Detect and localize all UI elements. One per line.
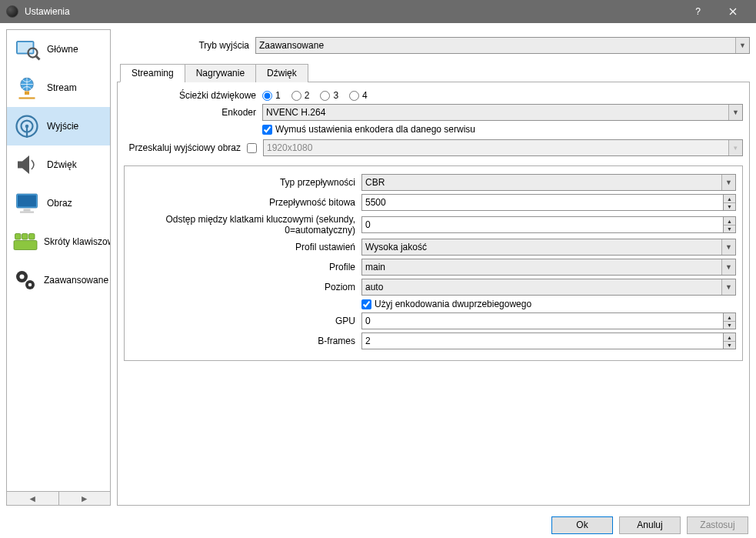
- gpu-input[interactable]: [361, 312, 724, 329]
- rescale-checkbox[interactable]: [247, 143, 257, 153]
- scroll-right-button[interactable]: ►: [59, 492, 111, 505]
- encoder-settings-group: Typ przepływności ▼ Przepływność bitowa …: [124, 165, 743, 361]
- speaker-icon: [12, 149, 42, 180]
- svg-rect-15: [15, 234, 22, 240]
- tab-audio[interactable]: Dźwięk: [255, 64, 308, 82]
- settings-sidebar: Główne Stream Wyjście Dźwięk: [6, 29, 111, 492]
- dialog-footer: Ok Anuluj Zastosuj: [0, 512, 756, 538]
- chevron-down-icon[interactable]: ▼: [735, 38, 749, 53]
- svg-rect-12: [24, 209, 31, 212]
- enforce-encoder-checkbox[interactable]: Wymuś ustawienia enkodera dla danego ser…: [262, 124, 475, 135]
- svg-rect-5: [25, 92, 29, 95]
- window-title: Ustawienia: [25, 6, 681, 17]
- keyint-spinbox[interactable]: ▲▼: [361, 216, 736, 233]
- twopass-label: Użyj enkodowania dwuprzebiegowego: [375, 299, 531, 309]
- rate-control-select[interactable]: [361, 174, 736, 191]
- encoder-label: Enkoder: [124, 107, 262, 118]
- audio-track-1[interactable]: 1: [262, 90, 281, 101]
- chevron-down-icon[interactable]: ▼: [721, 239, 735, 255]
- chevron-down-icon[interactable]: ▼: [721, 175, 735, 190]
- sidebar-scrollbar: ◄ ►: [6, 492, 111, 506]
- profile-select[interactable]: [361, 259, 736, 276]
- sidebar-item-label: Główne: [47, 44, 78, 55]
- keyboard-icon: [12, 226, 39, 257]
- apply-button[interactable]: Zastosuj: [687, 516, 748, 534]
- cancel-button[interactable]: Anuluj: [619, 516, 681, 534]
- chevron-down-icon[interactable]: ▼: [728, 105, 742, 120]
- tab-streaming[interactable]: Streaming: [120, 64, 185, 82]
- svg-point-19: [20, 275, 25, 279]
- bitrate-input[interactable]: [361, 194, 724, 211]
- bframes-spinbox[interactable]: ▲▼: [361, 332, 736, 349]
- sidebar-item-label: Obraz: [47, 198, 72, 209]
- svg-line-3: [35, 55, 39, 59]
- spin-down[interactable]: ▼: [724, 203, 735, 211]
- chevron-down-icon[interactable]: ▼: [721, 259, 735, 275]
- ok-button[interactable]: Ok: [551, 516, 613, 534]
- svg-rect-16: [22, 234, 28, 240]
- spin-up[interactable]: ▲: [724, 217, 735, 226]
- gpu-label: GPU: [131, 316, 361, 326]
- chevron-down-icon[interactable]: ▼: [721, 279, 735, 295]
- bitrate-spinbox[interactable]: ▲▼: [361, 194, 736, 211]
- encoder-select[interactable]: [262, 104, 743, 121]
- sidebar-item-label: Wyjście: [47, 121, 78, 132]
- keyint-label: Odstęp między klatkami kluczowymi (sekun…: [131, 214, 361, 236]
- wrench-monitor-icon: [12, 34, 42, 65]
- sidebar-item-label: Stream: [47, 82, 77, 93]
- tab-recording[interactable]: Nagrywanie: [185, 64, 256, 82]
- monitor-icon: [12, 188, 42, 219]
- bframes-label: B-frames: [131, 336, 361, 346]
- keyint-input[interactable]: [361, 216, 724, 233]
- svg-rect-1: [18, 42, 33, 53]
- rescale-label: Przeskaluj wyjściowy obraz: [124, 142, 247, 153]
- level-select[interactable]: [361, 279, 736, 296]
- profile-label: Profile: [131, 262, 361, 272]
- preset-label: Profil ustawień: [131, 242, 361, 252]
- preset-select[interactable]: [361, 239, 736, 256]
- sidebar-item-general[interactable]: Główne: [7, 30, 110, 69]
- sidebar-item-label: Skróty klawiszowe: [44, 236, 110, 247]
- sidebar-item-output[interactable]: Wyjście: [7, 107, 110, 145]
- app-icon: [6, 5, 18, 18]
- audio-track-4[interactable]: 4: [349, 90, 368, 101]
- spin-up[interactable]: ▲: [724, 313, 735, 322]
- help-button[interactable]: ?: [681, 0, 715, 23]
- scroll-left-button[interactable]: ◄: [7, 492, 59, 505]
- rescale-resolution-select: [263, 139, 743, 156]
- svg-rect-17: [29, 234, 35, 240]
- audio-tracks-label: Ścieżki dźwiękowe: [124, 90, 262, 101]
- spin-up[interactable]: ▲: [724, 195, 735, 203]
- audio-tracks-group: 1 2 3 4: [262, 90, 368, 101]
- close-icon: [729, 8, 737, 15]
- spin-down[interactable]: ▼: [724, 342, 735, 349]
- twopass-checkbox[interactable]: Użyj enkodowania dwuprzebiegowego: [361, 299, 531, 309]
- spin-up[interactable]: ▲: [724, 333, 735, 342]
- audio-track-3[interactable]: 3: [320, 90, 338, 101]
- gpu-spinbox[interactable]: ▲▼: [361, 312, 736, 329]
- level-label: Poziom: [131, 282, 361, 292]
- sidebar-item-stream[interactable]: Stream: [7, 69, 110, 107]
- svg-rect-14: [14, 241, 37, 250]
- spin-down[interactable]: ▼: [724, 226, 735, 233]
- sidebar-item-label: Zaawansowane: [44, 275, 108, 286]
- sidebar-item-hotkeys[interactable]: Skróty klawiszowe: [7, 222, 110, 261]
- spin-down[interactable]: ▼: [724, 322, 735, 329]
- svg-point-21: [28, 283, 32, 287]
- rate-control-label: Typ przepływności: [131, 177, 361, 188]
- sidebar-item-advanced[interactable]: Zaawansowane: [7, 261, 110, 299]
- svg-rect-13: [20, 212, 34, 213]
- tab-label: Nagrywanie: [196, 68, 245, 79]
- bitrate-label: Przepływność bitowa: [131, 197, 361, 208]
- tab-label: Dźwięk: [267, 68, 297, 79]
- bframes-input[interactable]: [361, 332, 724, 349]
- enforce-encoder-label: Wymuś ustawienia enkodera dla danego ser…: [275, 124, 475, 135]
- output-mode-select[interactable]: [255, 37, 750, 54]
- audio-track-2[interactable]: 2: [291, 90, 310, 101]
- sidebar-item-video[interactable]: Obraz: [7, 184, 110, 222]
- close-button[interactable]: [715, 0, 750, 23]
- chevron-down-icon: ▾: [728, 140, 742, 155]
- sidebar-item-label: Dźwięk: [47, 159, 77, 170]
- streaming-tab-body: Ścieżki dźwiękowe 1 2 3 4 Enkoder ▼: [117, 82, 750, 506]
- sidebar-item-audio[interactable]: Dźwięk: [7, 145, 110, 184]
